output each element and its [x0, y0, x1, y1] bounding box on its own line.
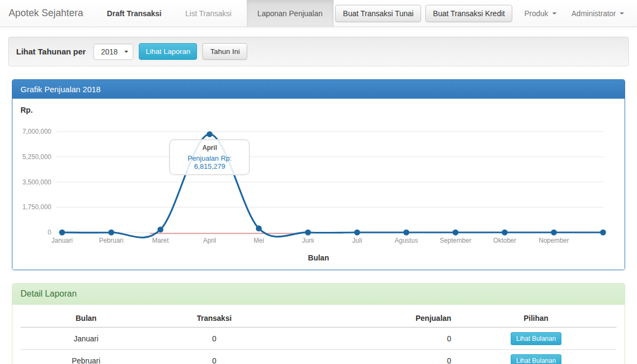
x-tick-label: Juni [302, 237, 314, 244]
cell-penjualan: 0 [277, 327, 456, 350]
cell-bulan: Januari [21, 327, 152, 350]
administrator-dropdown[interactable]: Administrator [564, 9, 632, 18]
caret-down-icon [124, 51, 128, 53]
caret-down-icon [620, 12, 624, 15]
nav-item-laporan-penjualan[interactable]: Laponan Penjualan [247, 0, 334, 26]
navbar: Apotek Sejahtera Draft Transaksi List Tr… [0, 0, 637, 27]
x-tick-label: Mei [254, 237, 264, 244]
table-header-row: Bulan Transaksi Penjualan Pilihan [21, 310, 616, 327]
sales-line-chart: 7,000,0005,250,0003,500,0001,750,0000Jan… [12, 99, 624, 255]
x-tick-label: Nopember [539, 237, 569, 244]
caret-down-icon [552, 12, 557, 15]
y-tick-label: 5,250,000 [23, 153, 52, 161]
data-point[interactable] [109, 230, 114, 236]
chart-tooltip: April Penjualan Rp: 6,815,279 [169, 139, 250, 175]
tahun-ini-button[interactable]: Tahun Ini [202, 43, 247, 60]
sales-chart-panel: Grafik Penjualan 2018 Rp. 7,000,0005,250… [12, 79, 625, 270]
data-point[interactable] [158, 226, 164, 232]
x-tick-label: Oktober [493, 237, 517, 244]
data-point[interactable] [305, 230, 311, 236]
produk-dropdown[interactable]: Produk [517, 9, 564, 18]
y-tick-label: 3,500,000 [23, 178, 52, 186]
chart-panel-title: Grafik Penjualan 2018 [12, 80, 625, 99]
table-row: Januari 0 0 Lihat Bulanan [21, 327, 616, 350]
table-row: Pebruari 0 0 Lihat Bulanan [21, 350, 616, 364]
buat-transaksi-tunai-button[interactable]: Buat Transaksi Tunai [335, 5, 421, 22]
navbar-right: Buat Transaksi Tunai Buat Transaksi Kred… [335, 0, 637, 26]
data-point[interactable] [59, 230, 65, 236]
detail-laporan-panel: Detail Laporan Bulan Transaksi Penjualan… [12, 283, 625, 364]
buat-transaksi-kredit-button[interactable]: Buat Transaksi Kredit [425, 5, 512, 22]
tooltip-value-label: Penjualan Rp: 6,815,279 [171, 154, 248, 170]
lihat-bulanan-button[interactable]: Lihat Bulanan [511, 332, 561, 345]
cell-transaksi: 0 [152, 350, 277, 364]
y-tick-label: 7,000,000 [23, 128, 52, 135]
brand-link[interactable]: Apotek Sejahtera [0, 0, 92, 26]
chart-body: Rp. 7,000,0005,250,0003,500,0001,750,000… [12, 99, 625, 270]
detail-panel-title: Detail Laporan [12, 284, 625, 305]
monthly-report-table: Bulan Transaksi Penjualan Pilihan Januar… [21, 310, 616, 364]
detail-table-body: Januari 0 0 Lihat Bulanan Pebruari 0 0 L… [21, 327, 616, 364]
cell-penjualan: 0 [277, 350, 456, 364]
data-point[interactable] [354, 230, 360, 236]
data-point[interactable] [403, 230, 409, 236]
sales-line [62, 134, 603, 238]
x-tick-label: September [439, 237, 471, 244]
tooltip-month-label: April [171, 144, 248, 152]
administrator-dropdown-label: Administrator [572, 9, 616, 18]
y-tick-label: 1,750,000 [23, 203, 52, 211]
filter-label: Lihat Tahunan per [16, 47, 86, 56]
data-point[interactable] [551, 230, 557, 236]
x-axis-title: Bulan [308, 253, 329, 262]
header-transaksi: Transaksi [152, 310, 277, 327]
nav-tabs: Draft Transaksi List Transaksi Laponan P… [92, 0, 333, 26]
lihat-laporan-button[interactable]: Lihat Laporan [139, 43, 198, 60]
nav-item-list-transaksi[interactable]: List Transaksi [177, 0, 240, 26]
x-tick-label: Januari [51, 237, 72, 244]
data-point[interactable] [502, 230, 507, 236]
data-point[interactable] [256, 225, 262, 231]
cell-bulan: Pebruari [21, 350, 152, 364]
header-penjualan: Penjualan [277, 310, 456, 327]
produk-dropdown-label: Produk [524, 9, 548, 18]
nav-item-draft-transaksi[interactable]: Draft Transaksi [98, 0, 170, 26]
header-pilihan: Pilihan [456, 310, 616, 327]
x-tick-label: Agustus [395, 237, 418, 244]
header-bulan: Bulan [21, 310, 152, 327]
year-select[interactable]: 2018 [93, 44, 133, 60]
cell-transaksi: 0 [152, 327, 277, 350]
year-filter-bar: Lihat Tahunan per 2018 Lihat Laporan Tah… [8, 37, 629, 66]
year-select-value: 2018 [101, 47, 118, 56]
lihat-bulanan-button[interactable]: Lihat Bulanan [511, 354, 561, 364]
detail-panel-body: Bulan Transaksi Penjualan Pilihan Januar… [12, 305, 625, 364]
x-tick-label: Pebruari [99, 237, 123, 244]
data-point[interactable] [452, 230, 458, 236]
y-tick-label: 0 [48, 229, 51, 236]
x-tick-label: April [203, 237, 216, 244]
data-point[interactable] [207, 131, 213, 137]
x-tick-label: Juli [353, 237, 362, 244]
x-tick-label: Maret [152, 237, 169, 244]
data-point[interactable] [600, 230, 606, 236]
